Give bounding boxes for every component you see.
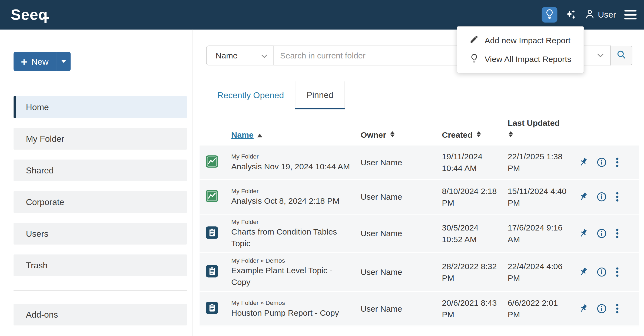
- column-header-name[interactable]: Name: [226, 130, 357, 140]
- item-name-cell: My Folder Analysis Oct 8, 2024 2:18 PM: [226, 187, 357, 207]
- impact-reports-button[interactable]: [542, 7, 557, 23]
- menu-item-view-impact-reports[interactable]: View All Impact Reports: [457, 50, 584, 69]
- updated-cell: 15/11/2024 4:40 PM: [504, 185, 573, 208]
- owner-cell: User Name: [357, 191, 439, 203]
- tab-recently-opened[interactable]: Recently Opened: [206, 81, 295, 109]
- created-cell: 19/11/2024 10:44 AM: [439, 151, 504, 174]
- new-button[interactable]: + New: [14, 52, 71, 71]
- user-menu[interactable]: User: [584, 9, 616, 21]
- column-header-last-updated[interactable]: Last Updated: [504, 118, 573, 140]
- info-button[interactable]: [596, 228, 607, 239]
- sidebar-item-label: Trash: [26, 260, 48, 270]
- item-name[interactable]: Houston Pump Report - Copy: [231, 307, 351, 319]
- column-header-owner[interactable]: Owner: [357, 130, 439, 140]
- row-menu-button[interactable]: [615, 157, 619, 167]
- user-icon: [584, 9, 595, 21]
- column-header-created[interactable]: Created: [439, 130, 504, 140]
- menu-item-label: Add new Impact Report: [485, 35, 570, 45]
- sidebar-item-users[interactable]: Users: [14, 223, 187, 245]
- item-name[interactable]: Analysis Oct 8, 2024 2:18 PM: [231, 195, 351, 207]
- search-icon: [616, 50, 626, 61]
- search-button[interactable]: [611, 46, 633, 65]
- table-row[interactable]: My Folder Analysis Oct 8, 2024 2:18 PM U…: [200, 180, 639, 215]
- updated-cell: 17/6/2024 9:16 AM: [504, 222, 573, 245]
- info-button[interactable]: [596, 192, 607, 202]
- row-menu-button[interactable]: [615, 303, 619, 314]
- pin-button[interactable]: [578, 229, 588, 238]
- item-name[interactable]: Example Plant Level Topic - Copy: [231, 265, 351, 288]
- sidebar-item-label: Add-ons: [26, 310, 58, 319]
- folder-path: My Folder » Demos: [231, 299, 351, 307]
- seeq-logo[interactable]: Seeq: [11, 6, 49, 24]
- chevron-down-icon: [597, 52, 603, 59]
- created-cell: 30/5/2024 10:52 AM: [439, 222, 504, 245]
- item-name-cell: My Folder Charts from Condition Tables T…: [226, 218, 357, 249]
- user-menu-label: User: [598, 10, 616, 19]
- info-button[interactable]: [596, 157, 607, 167]
- search-field-selector-value: Name: [216, 51, 238, 60]
- menu-item-add-impact-report[interactable]: Add new Impact Report: [457, 31, 584, 50]
- sort-icon: [390, 130, 396, 140]
- row-actions: [573, 228, 639, 239]
- content-tabs: Recently Opened Pinned: [206, 81, 639, 109]
- owner-cell: User Name: [357, 157, 439, 168]
- updated-cell: 6/6/2022 2:01 PM: [504, 297, 573, 320]
- pin-button[interactable]: [578, 157, 588, 167]
- owner-cell: User Name: [357, 228, 439, 239]
- sidebar-item-trash[interactable]: Trash: [14, 254, 187, 276]
- created-cell: 20/6/2021 8:43 PM: [439, 297, 504, 320]
- item-name[interactable]: Charts from Condition Tables Topic: [231, 226, 351, 249]
- sidebar-item-my-folder[interactable]: My Folder: [14, 128, 187, 150]
- row-menu-button[interactable]: [615, 267, 619, 277]
- new-button-label: New: [31, 57, 49, 66]
- created-cell: 28/2/2022 8:32 PM: [439, 261, 504, 284]
- analysis-icon: [200, 189, 226, 204]
- search-field-selector[interactable]: Name: [206, 46, 274, 65]
- lightbulb-icon: [469, 53, 479, 65]
- sidebar-item-corporate[interactable]: Corporate: [14, 191, 187, 213]
- tab-pinned[interactable]: Pinned: [295, 81, 345, 109]
- pin-button[interactable]: [578, 304, 588, 314]
- pin-button[interactable]: [578, 267, 588, 277]
- sidebar-item-shared[interactable]: Shared: [14, 159, 187, 181]
- sidebar-item-add-ons[interactable]: Add-ons: [14, 304, 187, 326]
- new-button-caret[interactable]: [56, 52, 71, 71]
- sidebar-item-label: Users: [26, 229, 48, 238]
- table-header-row: Name Owner Created: [200, 111, 639, 146]
- row-menu-button[interactable]: [615, 228, 619, 239]
- info-button[interactable]: [596, 267, 607, 277]
- item-name-cell: My Folder Analysis Nov 19, 2024 10:44 AM: [226, 153, 357, 172]
- sidebar-divider: [14, 290, 187, 291]
- updated-cell: 22/1/2025 1:38 PM: [504, 151, 573, 174]
- row-actions: [573, 267, 639, 277]
- table-row[interactable]: My Folder Charts from Condition Tables T…: [200, 215, 639, 253]
- column-header-label: Created: [442, 130, 473, 140]
- search-options-toggle-button[interactable]: [590, 46, 611, 65]
- hamburger-menu-icon[interactable]: [623, 9, 638, 21]
- folder-path: My Folder: [231, 153, 351, 161]
- new-button-main[interactable]: + New: [14, 52, 56, 71]
- page-body: + New Home My Folder Shared Corporate Us…: [0, 29, 644, 336]
- topic-icon: [200, 226, 226, 241]
- pin-button[interactable]: [578, 192, 588, 202]
- folder-path: My Folder » Demos: [231, 256, 351, 265]
- sort-ascending-icon: [257, 130, 263, 140]
- sidebar-item-label: Home: [26, 102, 49, 112]
- tab-label: Recently Opened: [217, 90, 284, 100]
- sidebar-item-home[interactable]: Home: [14, 96, 187, 118]
- owner-cell: User Name: [357, 266, 439, 278]
- navbar-actions: User: [542, 7, 637, 23]
- sparkles-icon[interactable]: [565, 9, 577, 21]
- sidebar-item-label: Shared: [26, 165, 54, 175]
- column-header-label: Last Updated: [508, 118, 573, 128]
- info-button[interactable]: [596, 303, 607, 314]
- table-row[interactable]: My Folder » Demos Houston Pump Report - …: [200, 292, 639, 327]
- sidebar-item-label: My Folder: [26, 134, 64, 143]
- updated-cell: 22/4/2024 4:06 PM: [504, 261, 573, 284]
- item-name[interactable]: Analysis Nov 19, 2024 10:44 AM: [231, 161, 351, 172]
- row-menu-button[interactable]: [615, 192, 619, 202]
- folder-path: My Folder: [231, 187, 351, 195]
- table-row[interactable]: My Folder » Demos Example Plant Level To…: [200, 253, 639, 292]
- table-row[interactable]: My Folder Analysis Nov 19, 2024 10:44 AM…: [200, 146, 639, 180]
- impact-report-menu: Add new Impact Report View All Impact Re…: [457, 26, 584, 73]
